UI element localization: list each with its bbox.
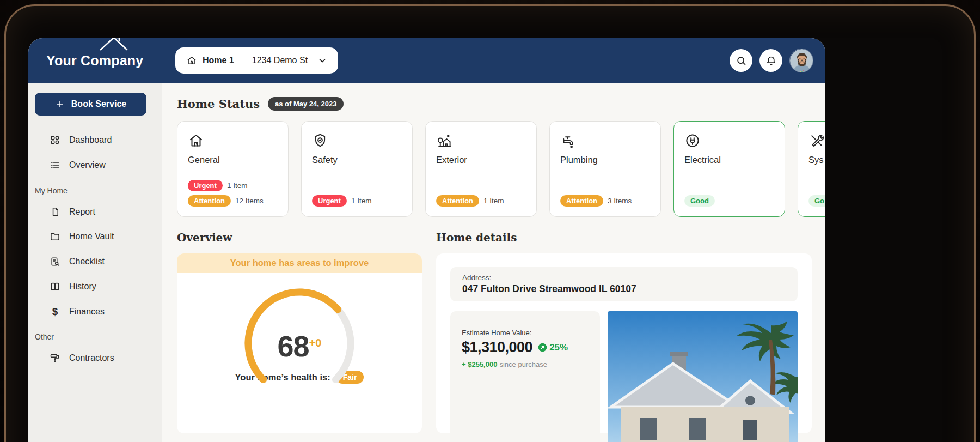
home-photo xyxy=(608,311,798,442)
divider xyxy=(243,53,243,68)
company-logo[interactable]: Your Company xyxy=(46,53,169,69)
sidebar-item-report[interactable]: Report xyxy=(28,199,162,224)
address-value: 047 Fulton Drive Streamwood IL 60107 xyxy=(462,283,786,295)
sidebar-item-label: Checklist xyxy=(69,257,105,267)
value-change: 25% xyxy=(538,342,568,353)
status-cards-row: General Urgent 1 Item Attention 12 Items xyxy=(177,121,825,217)
address-label: Address: xyxy=(462,274,786,282)
file-icon xyxy=(49,207,61,217)
value-change-pct: 25% xyxy=(549,342,568,353)
estimate-value-box: Estimate Home Value: $1,310,000 25% xyxy=(450,311,600,442)
sidebar-item-finances[interactable]: $ Finances xyxy=(28,299,162,324)
book-service-button[interactable]: Book Service xyxy=(35,93,146,116)
estimate-label: Estimate Home Value: xyxy=(462,329,589,337)
since-amount: + $255,000 xyxy=(462,360,497,368)
health-score: 68+0 xyxy=(241,329,358,363)
sidebar-item-home-vault[interactable]: Home Vault xyxy=(28,224,162,249)
user-avatar[interactable] xyxy=(789,49,813,72)
attention-badge: Attention xyxy=(436,195,479,207)
status-card-plumbing[interactable]: Plumbing Attention 3 Items xyxy=(549,121,661,217)
house-tree-icon xyxy=(436,132,526,150)
status-card-label: General xyxy=(188,155,278,165)
sidebar-section-other: Other xyxy=(28,324,162,346)
good-badge: Go xyxy=(808,195,825,207)
status-card-exterior[interactable]: Exterior Attention 1 Item xyxy=(425,121,537,217)
sidebar-item-history[interactable]: History xyxy=(28,274,162,299)
sidebar-item-checklist[interactable]: Checklist xyxy=(28,249,162,274)
sidebar-section-my-home: My Home xyxy=(28,178,162,199)
attention-badge: Attention xyxy=(560,195,603,207)
badge-count: 3 Items xyxy=(608,197,632,205)
paint-roller-icon xyxy=(49,353,61,364)
status-card-label: Safety xyxy=(312,155,402,165)
search-icon xyxy=(736,55,747,66)
faucet-icon xyxy=(560,132,650,150)
plus-icon xyxy=(55,99,65,109)
sidebar-item-overview[interactable]: Overview xyxy=(28,153,162,178)
dollar-icon: $ xyxy=(49,306,61,317)
status-card-systems[interactable]: Sys Go xyxy=(798,121,825,217)
grid-icon xyxy=(49,135,61,146)
home-selector-address: 1234 Demo St xyxy=(252,56,308,65)
plug-icon xyxy=(684,132,774,150)
overview-card: Your home has areas to improve 68+0 Your… xyxy=(177,253,422,433)
home-status-title: Home Status xyxy=(177,97,260,111)
urgent-badge: Urgent xyxy=(312,195,347,207)
urgent-badge: Urgent xyxy=(188,180,223,191)
good-badge: Good xyxy=(684,195,715,207)
status-card-label: Exterior xyxy=(436,155,526,165)
notifications-button[interactable] xyxy=(759,49,782,72)
badge-count: 1 Item xyxy=(351,197,372,205)
topnav-actions xyxy=(730,49,813,72)
status-card-label: Sys xyxy=(808,155,825,165)
book-service-label: Book Service xyxy=(71,99,126,109)
sidebar-item-label: Contractors xyxy=(69,353,114,363)
score-delta: +0 xyxy=(309,337,322,349)
since-label: since purchase xyxy=(499,360,547,368)
arrow-up-circle-icon xyxy=(538,343,547,352)
main-content: Home Status as of May 24, 2023 General xyxy=(162,83,825,442)
since-purchase: + $255,000since purchase xyxy=(462,360,589,368)
sidebar-item-label: Report xyxy=(69,207,95,217)
home-details-card: Address: 047 Fulton Drive Streamwood IL … xyxy=(436,253,812,433)
top-navbar: Your Company Home 1 1234 Demo St xyxy=(28,38,825,83)
bell-icon xyxy=(765,55,777,66)
list-icon xyxy=(49,160,61,171)
book-icon xyxy=(49,281,61,292)
sidebar-item-contractors[interactable]: Contractors xyxy=(28,346,162,371)
house-icon xyxy=(188,132,278,150)
status-card-safety[interactable]: Safety Urgent 1 Item xyxy=(301,121,413,217)
sidebar-item-label: Dashboard xyxy=(69,135,112,145)
home-selector-dropdown[interactable]: Home 1 1234 Demo St xyxy=(175,47,338,74)
estimate-amount: $1,310,000 xyxy=(462,339,532,356)
status-card-label: Plumbing xyxy=(560,155,650,165)
status-card-general[interactable]: General Urgent 1 Item Attention 12 Items xyxy=(177,121,289,217)
sidebar-item-label: Overview xyxy=(69,160,106,170)
home-selector-name: Home 1 xyxy=(203,56,234,65)
shield-check-icon xyxy=(312,132,402,150)
folder-icon xyxy=(49,231,61,242)
checklist-search-icon xyxy=(49,256,61,267)
home-icon xyxy=(186,55,197,66)
status-card-label: Electrical xyxy=(684,155,774,165)
attention-badge: Attention xyxy=(188,195,231,207)
badge-count: 1 Item xyxy=(483,197,504,205)
improvement-banner: Your home has areas to improve xyxy=(177,253,422,273)
overview-title: Overview xyxy=(177,231,422,244)
sidebar: Book Service Dashboard xyxy=(28,83,162,442)
home-details-title: Home details xyxy=(436,231,812,244)
app-screen: Your Company Home 1 1234 Demo St xyxy=(28,38,825,442)
tablet-mockup: Your Company Home 1 1234 Demo St xyxy=(0,0,980,442)
badge-count: 12 Items xyxy=(235,197,264,205)
address-box: Address: 047 Fulton Drive Streamwood IL … xyxy=(450,267,798,301)
sidebar-item-dashboard[interactable]: Dashboard xyxy=(28,128,162,153)
status-card-electrical[interactable]: Electrical Good xyxy=(673,121,785,217)
health-gauge: 68+0 xyxy=(241,287,358,390)
tools-icon xyxy=(808,132,825,150)
company-logo-text: Your Company xyxy=(46,53,143,68)
sidebar-item-label: Finances xyxy=(69,307,105,317)
chevron-down-icon xyxy=(317,56,327,65)
as-of-date-badge: as of May 24, 2023 xyxy=(268,97,344,111)
search-button[interactable] xyxy=(730,49,752,72)
sidebar-item-label: Home Vault xyxy=(69,232,114,241)
